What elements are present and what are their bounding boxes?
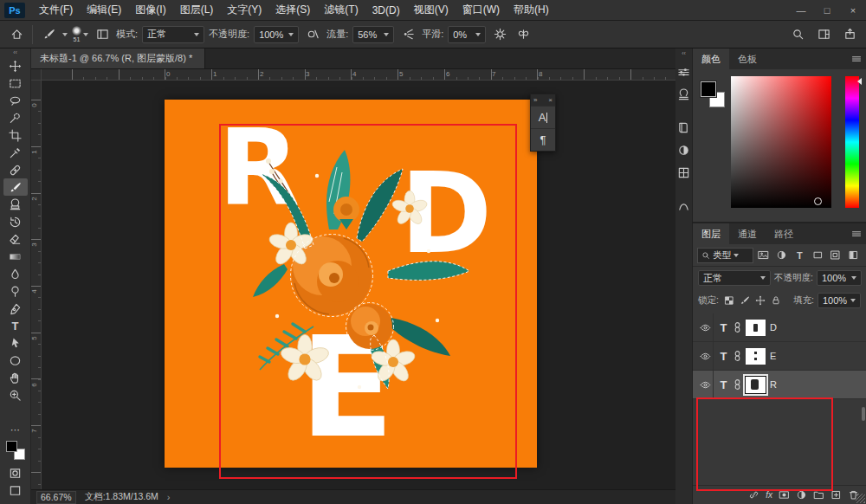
opacity-select[interactable]: 100% <box>254 26 299 43</box>
lasso-tool[interactable] <box>3 92 28 109</box>
move-tool[interactable] <box>3 57 28 74</box>
filter-type-layers-icon[interactable]: T <box>792 248 808 262</box>
new-layer-icon[interactable] <box>830 489 842 501</box>
tab-color[interactable]: 颜色 <box>693 48 729 69</box>
menu-window[interactable]: 窗口(W) <box>456 3 507 17</box>
lock-all-icon[interactable] <box>769 294 783 307</box>
layer-mask-thumbnail[interactable] <box>746 348 766 365</box>
path-selection-tool[interactable] <box>3 334 28 352</box>
menu-layer[interactable]: 图层(L) <box>173 3 221 17</box>
brush-settings-icon[interactable] <box>676 64 692 80</box>
link-layers-icon[interactable] <box>748 489 759 501</box>
home-icon[interactable] <box>7 25 26 44</box>
document-tab[interactable]: 未标题-1 @ 66.7% (R, 图层蒙版/8) * <box>31 48 205 68</box>
dodge-tool[interactable] <box>3 282 28 300</box>
layer-opacity-select[interactable]: 100% <box>817 270 862 286</box>
tab-paths[interactable]: 路径 <box>766 223 802 244</box>
pressure-opacity-icon[interactable] <box>303 25 322 44</box>
gradient-tool[interactable] <box>3 248 28 265</box>
new-group-icon[interactable] <box>813 489 824 501</box>
crop-tool[interactable] <box>3 126 28 144</box>
hue-slider-marker[interactable] <box>857 78 862 85</box>
layer-style-fx-icon[interactable]: fx <box>766 490 772 500</box>
menu-filter[interactable]: 滤镜(T) <box>317 3 365 17</box>
status-chevron-icon[interactable]: › <box>167 492 171 502</box>
paragraph-panel-button[interactable]: ¶ <box>531 128 555 151</box>
color-cursor[interactable] <box>814 197 822 205</box>
styles-icon[interactable] <box>676 165 692 180</box>
filter-smart-objects-icon[interactable] <box>827 248 843 262</box>
text-layer-thumbnail[interactable]: T <box>718 378 729 391</box>
type-tool[interactable]: T <box>3 317 28 334</box>
layer-row-e[interactable]: T E <box>693 342 866 371</box>
brush-preset-caret-icon[interactable] <box>83 33 88 36</box>
new-adjustment-layer-icon[interactable] <box>796 489 807 501</box>
panel-menu-icon[interactable] <box>847 223 866 244</box>
adjustments-icon[interactable] <box>676 142 692 158</box>
rectangular-marquee-tool[interactable] <box>3 74 28 92</box>
quick-mask-button[interactable] <box>3 464 28 481</box>
tab-swatches[interactable]: 色板 <box>729 48 766 69</box>
ellipse-tool[interactable] <box>3 352 28 369</box>
lock-pixels-icon[interactable] <box>738 294 752 307</box>
paint-symmetry-icon[interactable] <box>514 25 533 44</box>
eraser-tool[interactable] <box>3 230 28 248</box>
layer-row-r[interactable]: T R <box>693 371 866 399</box>
curves-icon[interactable] <box>676 197 692 213</box>
layer-name[interactable]: R <box>770 379 777 390</box>
blur-tool[interactable] <box>3 265 28 282</box>
gear-icon[interactable] <box>490 25 509 44</box>
airbrush-icon[interactable] <box>398 25 417 44</box>
menu-3d[interactable]: 3D(D) <box>365 4 407 16</box>
smoothing-select[interactable]: 0% <box>448 26 486 43</box>
clone-source-icon[interactable] <box>676 87 692 102</box>
layer-name[interactable]: E <box>770 351 776 361</box>
menu-edit[interactable]: 编辑(E) <box>80 3 128 17</box>
hue-slider[interactable] <box>845 76 859 208</box>
fill-select[interactable]: 100% <box>818 293 861 308</box>
lock-position-icon[interactable] <box>753 294 767 307</box>
tool-preset-caret-icon[interactable] <box>62 33 68 36</box>
flow-select[interactable]: 56% <box>352 26 394 43</box>
ruler-origin-corner[interactable] <box>31 69 42 81</box>
minimize-button[interactable]: — <box>788 0 814 20</box>
tab-channels[interactable]: 通道 <box>729 223 766 244</box>
brush-preset-picker[interactable]: 51 <box>72 26 88 42</box>
spot-healing-brush-tool[interactable] <box>3 161 28 178</box>
panel-menu-icon[interactable] <box>847 48 866 69</box>
saturation-brightness-field[interactable] <box>731 76 831 208</box>
maximize-button[interactable]: □ <box>814 0 840 20</box>
zoom-level-field[interactable]: 66.67% <box>36 491 76 504</box>
filter-shape-layers-icon[interactable] <box>810 248 826 262</box>
layer-mask-thumbnail[interactable] <box>746 320 766 336</box>
quick-selection-tool[interactable] <box>3 109 28 126</box>
menu-image[interactable]: 图像(I) <box>128 3 172 17</box>
toggle-brush-panel-icon[interactable] <box>93 25 112 44</box>
brush-tool[interactable] <box>3 178 28 196</box>
blend-mode-select[interactable]: 正常 <box>142 26 204 43</box>
current-tool-brush-icon[interactable] <box>39 25 58 44</box>
eyedropper-tool[interactable] <box>3 144 28 161</box>
visibility-toggle[interactable] <box>698 342 714 370</box>
filter-adjustment-layers-icon[interactable] <box>773 248 790 262</box>
layer-filter-select[interactable]: 类型 <box>697 248 753 263</box>
menu-type[interactable]: 文字(Y) <box>220 3 268 17</box>
visibility-toggle[interactable] <box>698 313 714 341</box>
search-icon[interactable] <box>788 25 807 44</box>
layer-name[interactable]: D <box>770 322 777 333</box>
panel-scrollbar-thumb[interactable] <box>862 407 865 421</box>
close-icon[interactable]: × <box>548 96 553 104</box>
text-layer-thumbnail[interactable]: T <box>718 321 729 334</box>
character-panel-button[interactable]: A <box>531 106 555 128</box>
tab-layers[interactable]: 图层 <box>693 223 729 244</box>
menu-view[interactable]: 视图(V) <box>407 3 456 17</box>
layer-row-d[interactable]: T D <box>693 313 866 342</box>
menu-help[interactable]: 帮助(H) <box>507 3 556 17</box>
layer-blend-mode-select[interactable]: 正常 <box>698 270 771 286</box>
libraries-icon[interactable] <box>676 120 692 135</box>
menu-select[interactable]: 选择(S) <box>268 3 317 17</box>
close-button[interactable]: × <box>840 0 866 20</box>
foreground-color-swatch[interactable] <box>701 81 716 97</box>
pen-tool[interactable] <box>3 300 28 317</box>
mask-link-icon[interactable] <box>734 350 741 362</box>
